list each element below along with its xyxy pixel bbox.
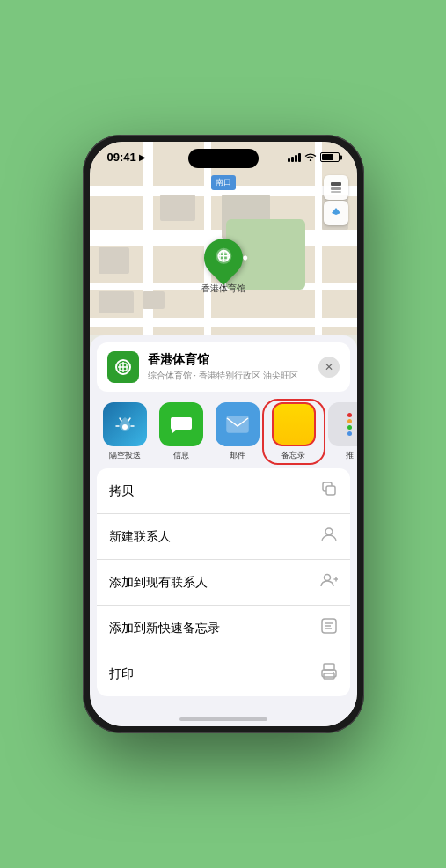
share-item-notes[interactable]: 备忘录 [266, 402, 322, 461]
notes-icon [272, 402, 316, 446]
messages-icon [159, 402, 203, 446]
dynamic-island [188, 149, 259, 168]
signal-bars [288, 153, 301, 162]
venue-card: 香港体育馆 综合体育馆 · 香港特别行政区 油尖旺区 ✕ [97, 342, 350, 392]
notes-label: 备忘录 [281, 450, 305, 461]
share-item-mail[interactable]: 邮件 [209, 402, 266, 461]
map-location-button[interactable] [324, 201, 348, 225]
marker-pin [195, 231, 250, 285]
building-5 [143, 291, 165, 309]
action-copy-label: 拷贝 [109, 483, 134, 499]
building-1 [160, 195, 195, 221]
battery-fill [322, 154, 334, 160]
venue-marker[interactable]: 香港体育馆 [201, 239, 245, 295]
more-label: 推 [346, 450, 354, 461]
quick-note-icon [320, 617, 338, 639]
marker-container [204, 239, 243, 277]
signal-bar-1 [288, 158, 290, 162]
messages-label: 信息 [173, 450, 189, 461]
svg-rect-2 [331, 191, 341, 193]
north-text: 南口 [216, 178, 231, 187]
map-north-label: 南口 [211, 175, 236, 190]
action-print[interactable]: 打印 [97, 651, 350, 696]
map-controls [324, 175, 348, 225]
share-row: 隔空投送 信息 [90, 397, 357, 468]
building-3 [99, 247, 129, 274]
dot-blue [347, 431, 352, 436]
venue-name: 香港体育馆 [148, 352, 310, 368]
home-indicator [90, 702, 357, 726]
wifi-icon [304, 151, 317, 163]
phone-frame: 09:41 ▶ [83, 135, 364, 733]
building-4 [99, 291, 134, 313]
new-contact-icon [320, 526, 338, 548]
svg-rect-13 [227, 416, 248, 432]
svg-rect-23 [324, 664, 334, 670]
svg-rect-14 [326, 486, 335, 495]
notes-lines [289, 413, 298, 437]
svg-point-15 [325, 528, 333, 535]
svg-rect-1 [331, 187, 341, 190]
action-new-contact[interactable]: 新建联系人 [97, 514, 350, 560]
action-add-notes-label: 添加到新快速备忘录 [109, 621, 220, 636]
action-list: 拷贝 新建联系人 [97, 468, 350, 696]
marker-inner [214, 246, 233, 270]
signal-bar-2 [291, 157, 294, 162]
venue-subtitle: 综合体育馆 · 香港特别行政区 油尖旺区 [148, 370, 310, 382]
action-add-existing-label: 添加到现有联系人 [109, 575, 208, 591]
dot-red [347, 413, 352, 417]
mail-icon [216, 402, 260, 446]
color-dots [347, 413, 352, 436]
home-bar [179, 717, 267, 721]
action-add-existing[interactable]: 添加到现有联系人 [97, 560, 350, 606]
venue-card-icon [107, 351, 139, 383]
bottom-sheet: 香港体育馆 综合体育馆 · 香港特别行政区 油尖旺区 ✕ 隔 [90, 335, 357, 726]
more-icon [328, 402, 357, 446]
share-item-airdrop[interactable]: 隔空投送 [97, 402, 153, 461]
venue-info: 香港体育馆 综合体育馆 · 香港特别行政区 油尖旺区 [148, 352, 310, 382]
add-contact-icon [320, 571, 338, 593]
svg-rect-24 [324, 673, 334, 679]
action-add-notes[interactable]: 添加到新快速备忘录 [97, 606, 350, 651]
svg-rect-0 [331, 182, 341, 186]
location-icon: ▶ [139, 152, 146, 162]
svg-point-12 [122, 424, 128, 430]
mail-label: 邮件 [230, 450, 245, 461]
signal-bar-4 [298, 153, 301, 162]
airdrop-label: 隔空投送 [109, 450, 141, 461]
signal-bar-3 [295, 155, 297, 162]
action-copy[interactable]: 拷贝 [97, 468, 350, 514]
svg-point-25 [333, 672, 334, 673]
status-icons [288, 151, 340, 163]
map-layers-button[interactable] [324, 175, 348, 200]
print-icon [320, 663, 338, 685]
action-new-contact-label: 新建联系人 [109, 529, 171, 545]
airdrop-icon [103, 402, 147, 446]
phone-screen: 09:41 ▶ [90, 142, 357, 726]
svg-point-16 [324, 575, 330, 581]
action-print-label: 打印 [109, 666, 134, 682]
status-time: 09:41 [107, 151, 136, 164]
close-button[interactable]: ✕ [318, 357, 340, 378]
battery-icon [320, 152, 340, 162]
dot-orange [347, 419, 352, 423]
road-v-3 [315, 142, 322, 335]
copy-icon [320, 480, 338, 502]
dot-green [347, 425, 352, 430]
share-item-more[interactable]: 推 [322, 402, 357, 461]
share-item-messages[interactable]: 信息 [153, 402, 209, 461]
map-area[interactable]: 南口 [90, 142, 357, 335]
